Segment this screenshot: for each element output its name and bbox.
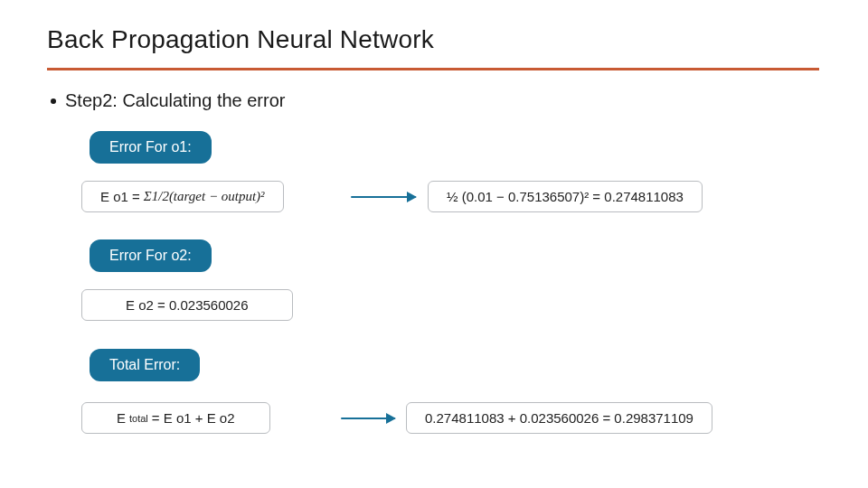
formula-e-o1-eval: ½ (0.01 − 0.75136507)² = 0.274811083 <box>428 181 703 212</box>
etotal-sub: total <box>129 413 148 424</box>
arrow-icon <box>351 196 416 198</box>
formula-e-o1-def: E o1 = Σ1/2(target − output)² <box>81 181 284 212</box>
formula-e-o1-math: Σ1/2(target − output)² <box>144 189 265 204</box>
slide: Back Propagation Neural Network Step2: C… <box>0 0 868 488</box>
formula-e-o2-result: E o2 = 0.023560026 <box>81 289 293 321</box>
etotal-rest: = E o1 + E o2 <box>152 410 235 426</box>
formula-etotal-eval: 0.274811083 + 0.023560026 = 0.298371109 <box>406 402 712 434</box>
step-bullet: Step2: Calculating the error <box>51 90 285 111</box>
label-error-o2: Error For o2: <box>90 239 212 272</box>
arrow-icon <box>341 418 395 419</box>
diagram-stage: Error For o1: E o1 = Σ1/2(target − outpu… <box>77 131 794 461</box>
label-total-error: Total Error: <box>90 349 200 381</box>
title-underline <box>47 68 819 70</box>
step-text: Step2: Calculating the error <box>65 90 285 111</box>
bullet-dot-icon <box>51 99 56 104</box>
etotal-prefix: E <box>117 410 126 426</box>
page-title: Back Propagation Neural Network <box>47 25 434 54</box>
label-error-o1: Error For o1: <box>90 131 212 164</box>
formula-etotal-def: Etotal = E o1 + E o2 <box>81 402 270 434</box>
formula-e-o1-prefix: E o1 = <box>100 189 140 204</box>
